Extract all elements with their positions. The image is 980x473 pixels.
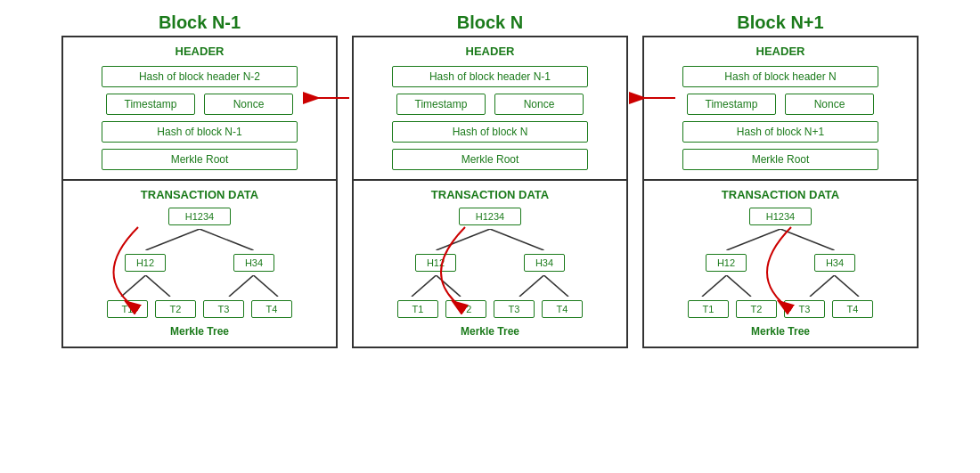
- block-n-minus-1-header: HEADER Hash of block header N-2 Timestam…: [63, 37, 336, 181]
- svg-line-9: [437, 275, 461, 297]
- h34-2: H34: [814, 254, 855, 272]
- merkle-tree-1: H1234 H12 H34 T1: [363, 208, 617, 338]
- block-n-title: Block N: [354, 12, 626, 33]
- svg-line-16: [810, 275, 835, 297]
- tx-label-1: TRANSACTION DATA: [431, 188, 549, 201]
- merkle-root-0: Merkle Root: [102, 149, 298, 170]
- tree-connector-1-0: [72, 229, 327, 250]
- h12-2: H12: [706, 254, 747, 272]
- header-label-1: HEADER: [466, 45, 515, 58]
- level-t1-t4-1: T1 T2 T3 T4: [397, 300, 583, 318]
- block-n-minus-1-transaction: TRANSACTION DATA H1234 H12 H34: [63, 181, 336, 347]
- level-root-0: H1234: [168, 208, 231, 225]
- t2-0: T2: [155, 300, 196, 318]
- merkle-root-2: Merkle Root: [682, 149, 878, 170]
- svg-line-6: [437, 229, 491, 250]
- nonce-1: Nonce: [494, 94, 584, 115]
- t1-1: T1: [397, 300, 438, 318]
- tree-connector-2-1: [363, 275, 617, 297]
- merkle-root-1: Merkle Root: [392, 149, 588, 170]
- t2-2: T2: [736, 300, 777, 318]
- h12-1: H12: [415, 254, 456, 272]
- h1234-2: H1234: [749, 208, 812, 225]
- tree-label-0: Merkle Tree: [170, 325, 229, 338]
- h12-0: H12: [125, 254, 166, 272]
- h34-1: H34: [524, 254, 565, 272]
- header-label-0: HEADER: [176, 45, 225, 58]
- level-root-1: H1234: [459, 208, 521, 225]
- t4-1: T4: [542, 300, 583, 318]
- block-n-minus-1-title: Block N-1: [63, 12, 336, 33]
- level-t1-t4-0: T1 T2 T3 T4: [107, 300, 292, 318]
- t4-2: T4: [832, 300, 873, 318]
- level-root-2: H1234: [749, 208, 812, 225]
- diagram-container: Block N-1 HEADER Hash of block header N-…: [0, 0, 980, 473]
- block-n-minus-1: Block N-1 HEADER Hash of block header N-…: [61, 36, 338, 348]
- svg-line-7: [490, 229, 544, 250]
- level-h12-h34-0: H12 H34: [125, 254, 274, 272]
- block-n-plus-1-transaction: TRANSACTION DATA H1234 H12 H34: [644, 181, 917, 347]
- tree-label-1: Merkle Tree: [461, 325, 519, 338]
- svg-line-13: [780, 229, 835, 250]
- block-n-plus-1-header: HEADER Hash of block header N Timestamp …: [644, 37, 917, 181]
- h1234-1: H1234: [459, 208, 521, 225]
- timestamp-0: Timestamp: [106, 94, 195, 115]
- t3-1: T3: [494, 300, 535, 318]
- hash-of-block-0: Hash of block N-1: [102, 121, 298, 143]
- tree-connector-2-2: [653, 275, 908, 297]
- h1234-0: H1234: [168, 208, 231, 225]
- hash-of-header-0: Hash of block header N-2: [102, 66, 298, 87]
- svg-line-17: [835, 275, 860, 297]
- tree-connector-2-0: [72, 275, 327, 297]
- t3-0: T3: [203, 300, 244, 318]
- svg-line-10: [519, 275, 544, 297]
- hash-of-header-1: Hash of block header N-1: [392, 66, 588, 87]
- t3-2: T3: [784, 300, 825, 318]
- t2-1: T2: [445, 300, 486, 318]
- level-t1-t4-2: T1 T2 T3 T4: [688, 300, 873, 318]
- timestamp-nonce-row-1: Timestamp Nonce: [396, 94, 584, 115]
- hash-of-header-2: Hash of block header N: [682, 66, 878, 87]
- block-n: Block N HEADER Hash of block header N-1 …: [352, 36, 628, 348]
- svg-line-4: [229, 275, 254, 297]
- svg-line-14: [702, 275, 727, 297]
- svg-line-2: [121, 275, 146, 297]
- block-n-header: HEADER Hash of block header N-1 Timestam…: [354, 37, 626, 181]
- svg-line-8: [412, 275, 437, 297]
- timestamp-1: Timestamp: [396, 94, 486, 115]
- svg-line-12: [727, 229, 781, 250]
- svg-line-11: [544, 275, 569, 297]
- header-label-2: HEADER: [756, 45, 805, 58]
- nonce-0: Nonce: [204, 94, 293, 115]
- timestamp-2: Timestamp: [687, 94, 776, 115]
- timestamp-nonce-row-2: Timestamp Nonce: [687, 94, 874, 115]
- level-h12-h34-1: H12 H34: [415, 254, 565, 272]
- svg-line-0: [146, 229, 200, 250]
- tree-connector-1-2: [653, 229, 908, 250]
- t1-0: T1: [107, 300, 148, 318]
- hash-of-block-2: Hash of block N+1: [682, 121, 878, 143]
- block-n-plus-1-title: Block N+1: [644, 12, 917, 33]
- tx-label-0: TRANSACTION DATA: [141, 188, 258, 201]
- svg-line-5: [254, 275, 279, 297]
- svg-line-1: [200, 229, 254, 250]
- tree-label-2: Merkle Tree: [751, 325, 810, 338]
- t1-2: T1: [688, 300, 729, 318]
- h34-0: H34: [233, 254, 274, 272]
- tree-connector-1-1: [363, 229, 617, 250]
- svg-line-3: [146, 275, 171, 297]
- tx-label-2: TRANSACTION DATA: [722, 188, 839, 201]
- nonce-2: Nonce: [785, 94, 874, 115]
- timestamp-nonce-row-0: Timestamp Nonce: [106, 94, 293, 115]
- block-n-transaction: TRANSACTION DATA H1234 H12 H34: [354, 181, 626, 347]
- merkle-tree-0: H1234 H12 H34: [72, 208, 327, 338]
- merkle-tree-2: H1234 H12 H34 T1: [653, 208, 908, 338]
- block-n-plus-1: Block N+1 HEADER Hash of block header N …: [642, 36, 919, 348]
- level-h12-h34-2: H12 H34: [706, 254, 855, 272]
- t4-0: T4: [251, 300, 292, 318]
- svg-line-15: [727, 275, 752, 297]
- hash-of-block-1: Hash of block N: [392, 121, 588, 143]
